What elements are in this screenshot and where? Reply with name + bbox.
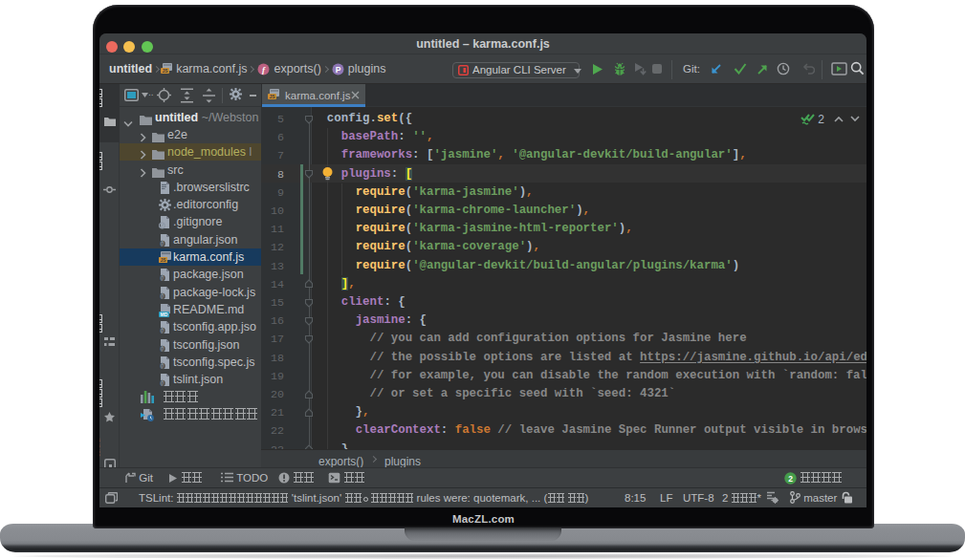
svg-text:MD: MD xyxy=(161,312,168,317)
svg-text:JS: JS xyxy=(269,94,275,99)
svg-text:JS: JS xyxy=(163,68,169,74)
svg-text:@: @ xyxy=(161,346,164,353)
svg-text:@: @ xyxy=(161,241,164,248)
svg-text:2: 2 xyxy=(788,474,793,484)
svg-text:P: P xyxy=(335,64,340,74)
svg-text:@: @ xyxy=(161,328,164,334)
svg-text:@: @ xyxy=(161,276,164,283)
svg-text:@: @ xyxy=(161,363,164,370)
svg-text:@: @ xyxy=(161,293,164,300)
svg-text:JS: JS xyxy=(160,257,166,263)
svg-text:@: @ xyxy=(161,380,164,387)
